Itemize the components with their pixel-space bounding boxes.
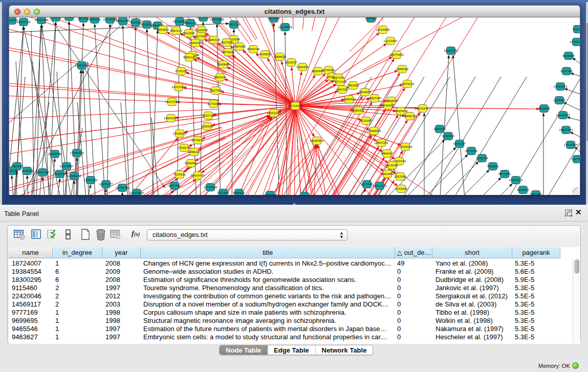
svg-text:9457791: 9457791 (168, 184, 181, 187)
svg-text:7632621: 7632621 (487, 164, 499, 168)
svg-text:8878332: 8878332 (191, 138, 204, 142)
svg-text:7663822: 7663822 (157, 28, 169, 31)
svg-text:10958177: 10958177 (99, 182, 113, 186)
svg-text:19166825: 19166825 (172, 132, 187, 135)
svg-text:1571645: 1571645 (217, 191, 230, 194)
svg-text:10218906: 10218906 (278, 25, 292, 29)
svg-text:7462662: 7462662 (347, 83, 360, 87)
svg-text:17046798: 17046798 (177, 146, 191, 149)
svg-text:8427552: 8427552 (210, 89, 223, 92)
svg-text:14055724: 14055724 (16, 20, 31, 24)
svg-text:1092346: 1092346 (264, 193, 277, 195)
svg-text:1244415: 1244415 (553, 98, 566, 102)
svg-text:12975115: 12975115 (400, 82, 415, 85)
svg-text:12213967: 12213967 (383, 39, 398, 42)
svg-text:6216012: 6216012 (382, 103, 395, 107)
svg-text:1362615: 1362615 (296, 65, 309, 69)
svg-text:9245612: 9245612 (517, 188, 530, 191)
svg-text:16648784: 16648784 (444, 49, 458, 52)
svg-text:15718485: 15718485 (203, 185, 217, 189)
svg-text:9896123: 9896123 (183, 55, 196, 59)
svg-text:18807249: 18807249 (374, 141, 388, 144)
svg-text:10807487: 10807487 (367, 96, 382, 100)
svg-text:1173342: 1173342 (361, 182, 373, 186)
svg-text:16782759: 16782759 (115, 186, 129, 189)
svg-text:10654122: 10654122 (509, 178, 523, 182)
svg-text:3824554: 3824554 (359, 90, 372, 94)
svg-text:7625402: 7625402 (173, 172, 186, 176)
svg-text:8938914: 8938914 (442, 134, 455, 138)
svg-text:1733426: 1733426 (395, 187, 408, 190)
svg-text:10653267: 10653267 (62, 17, 76, 18)
svg-text:9329966: 9329966 (562, 54, 575, 57)
svg-text:9227342: 9227342 (560, 69, 573, 73)
svg-text:1111111: 1111111 (572, 27, 580, 31)
svg-text:17359924: 17359924 (70, 151, 84, 155)
svg-text:1388520: 1388520 (274, 55, 287, 58)
svg-text:9777169: 9777169 (334, 80, 347, 83)
svg-text:8813054: 8813054 (268, 17, 280, 20)
svg-text:8960124: 8960124 (184, 21, 197, 25)
svg-text:2087682: 2087682 (365, 17, 378, 20)
svg-text:15720407: 15720407 (359, 119, 373, 122)
svg-text:18495758: 18495758 (403, 114, 417, 118)
svg-text:16210643: 16210643 (556, 113, 570, 117)
svg-text:18300295: 18300295 (267, 111, 281, 115)
svg-text:9734028: 9734028 (322, 68, 335, 72)
svg-text:12923468: 12923468 (129, 191, 144, 194)
svg-text:10025438: 10025438 (394, 109, 408, 113)
svg-text:7386322: 7386322 (352, 108, 365, 112)
svg-text:9245612: 9245612 (233, 191, 246, 194)
svg-text:2718126: 2718126 (175, 69, 188, 73)
svg-text:3915145: 3915145 (9, 169, 18, 172)
svg-text:2967608: 2967608 (233, 45, 246, 48)
svg-text:20364436: 20364436 (342, 97, 356, 101)
svg-text:10719155: 10719155 (103, 17, 117, 21)
svg-text:7485063: 7485063 (396, 67, 409, 71)
svg-text:12213363: 12213363 (171, 85, 186, 89)
svg-text:1498222: 1498222 (188, 150, 201, 154)
svg-text:9115460: 9115460 (417, 106, 429, 110)
svg-text:19756928: 19756928 (398, 145, 412, 148)
svg-text:3215958: 3215958 (538, 106, 551, 110)
svg-text:1615112: 1615112 (386, 163, 398, 167)
svg-text:10973493: 10973493 (389, 53, 404, 56)
svg-text:6966160: 6966160 (89, 17, 101, 21)
svg-text:9099489: 9099489 (185, 161, 198, 165)
svg-text:8322037: 8322037 (285, 60, 298, 64)
svg-text:15692951: 15692951 (559, 128, 573, 132)
svg-text:12942757: 12942757 (35, 170, 50, 174)
svg-text:2935114: 2935114 (476, 156, 488, 160)
svg-text:20053346: 20053346 (75, 63, 89, 67)
svg-text:10154808: 10154808 (376, 28, 390, 31)
svg-text:16914479: 16914479 (190, 173, 205, 177)
svg-text:19654933: 19654933 (164, 116, 178, 120)
svg-text:8454749: 8454749 (247, 47, 260, 51)
svg-text:16671355: 16671355 (116, 19, 130, 23)
svg-text:8960124: 8960124 (170, 29, 183, 32)
svg-text:20691406: 20691406 (34, 18, 49, 21)
svg-text:1640956: 1640956 (433, 127, 446, 130)
svg-text:16033809: 16033809 (196, 17, 210, 19)
svg-text:9242848: 9242848 (217, 62, 230, 66)
svg-text:2522544: 2522544 (394, 174, 407, 178)
svg-text:8471676: 8471676 (498, 172, 511, 176)
svg-text:7357224: 7357224 (228, 23, 241, 26)
svg-text:15136141: 15136141 (373, 184, 387, 187)
svg-text:3267110: 3267110 (202, 114, 214, 117)
svg-text:9884067: 9884067 (381, 151, 394, 155)
svg-text:10688609: 10688609 (367, 129, 381, 133)
svg-text:12093823: 12093823 (553, 84, 568, 88)
svg-text:8912954: 8912954 (183, 31, 195, 35)
svg-text:18724007: 18724007 (288, 104, 302, 107)
svg-text:20206535: 20206535 (48, 152, 62, 156)
svg-text:1805532: 1805532 (50, 17, 62, 19)
svg-text:1527602: 1527602 (77, 17, 90, 20)
svg-text:16543362: 16543362 (188, 41, 203, 45)
svg-text:2803144: 2803144 (214, 75, 227, 79)
svg-text:9474444: 9474444 (465, 149, 478, 152)
svg-text:17957255: 17957255 (83, 178, 98, 182)
svg-text:15751074: 15751074 (570, 40, 580, 43)
svg-text:9527505: 9527505 (221, 40, 233, 44)
svg-text:2462446: 2462446 (530, 192, 542, 195)
